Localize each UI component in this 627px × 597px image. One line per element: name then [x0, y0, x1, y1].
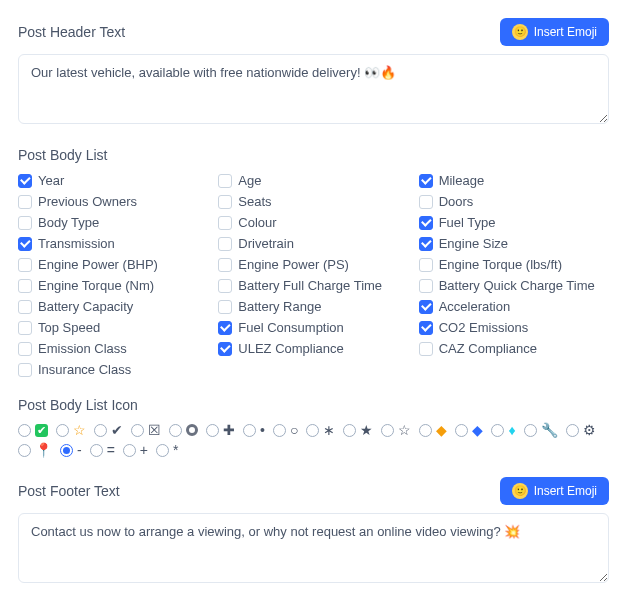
icon-radio-gear[interactable]: ⚙ — [566, 423, 596, 437]
icon-radio-check-mark[interactable]: ✔ — [94, 423, 123, 437]
icon-radio-diamond-gold[interactable]: ◆ — [419, 423, 447, 437]
check-item[interactable]: Battery Capacity — [18, 299, 208, 314]
checkbox[interactable] — [419, 300, 433, 314]
check-item[interactable]: Battery Full Charge Time — [218, 278, 408, 293]
icon-radio-star-tiny[interactable]: * — [156, 443, 178, 457]
checkbox[interactable] — [218, 258, 232, 272]
radio[interactable] — [131, 424, 144, 437]
checkbox[interactable] — [218, 342, 232, 356]
checkbox[interactable] — [218, 321, 232, 335]
icon-radio-pin[interactable]: 📍 — [18, 443, 52, 457]
radio[interactable] — [18, 444, 31, 457]
radio[interactable] — [491, 424, 504, 437]
checkbox[interactable] — [218, 174, 232, 188]
checkbox[interactable] — [419, 216, 433, 230]
check-item[interactable]: Engine Power (PS) — [218, 257, 408, 272]
check-item[interactable]: CAZ Compliance — [419, 341, 609, 356]
checkbox[interactable] — [419, 237, 433, 251]
checkbox[interactable] — [218, 237, 232, 251]
icon-radio-star-gold[interactable]: ☆ — [56, 423, 86, 437]
icon-radio-wrench[interactable]: 🔧 — [524, 423, 558, 437]
checkbox[interactable] — [18, 237, 32, 251]
icon-radio-bullet[interactable]: • — [243, 423, 265, 437]
icon-radio-plus[interactable]: + — [123, 443, 148, 457]
radio[interactable] — [273, 424, 286, 437]
check-item[interactable]: Colour — [218, 215, 408, 230]
insert-emoji-footer-button[interactable]: 🙂 Insert Emoji — [500, 477, 609, 505]
radio[interactable] — [524, 424, 537, 437]
radio[interactable] — [169, 424, 182, 437]
checkbox[interactable] — [218, 216, 232, 230]
check-item[interactable]: Transmission — [18, 236, 208, 251]
radio[interactable] — [90, 444, 103, 457]
radio[interactable] — [343, 424, 356, 437]
check-item[interactable]: Drivetrain — [218, 236, 408, 251]
check-item[interactable]: ULEZ Compliance — [218, 341, 408, 356]
radio[interactable] — [566, 424, 579, 437]
check-item[interactable]: Emission Class — [18, 341, 208, 356]
checkbox[interactable] — [218, 195, 232, 209]
checkbox[interactable] — [218, 279, 232, 293]
post-header-textarea[interactable] — [18, 54, 609, 124]
checkbox[interactable] — [18, 363, 32, 377]
icon-radio-ballot[interactable]: ☒ — [131, 423, 161, 437]
radio[interactable] — [123, 444, 136, 457]
icon-radio-asterisk[interactable]: ∗ — [306, 423, 335, 437]
checkbox[interactable] — [419, 342, 433, 356]
check-item[interactable]: Seats — [218, 194, 408, 209]
check-item[interactable]: Top Speed — [18, 320, 208, 335]
insert-emoji-header-button[interactable]: 🙂 Insert Emoji — [500, 18, 609, 46]
icon-radio-small-circle[interactable]: ○ — [273, 423, 298, 437]
check-item[interactable]: Acceleration — [419, 299, 609, 314]
check-item[interactable]: Year — [18, 173, 208, 188]
check-item[interactable]: Previous Owners — [18, 194, 208, 209]
icon-radio-gem[interactable]: ♦ — [491, 423, 515, 437]
checkbox[interactable] — [218, 300, 232, 314]
checkbox[interactable] — [419, 321, 433, 335]
checkbox[interactable] — [18, 279, 32, 293]
check-item[interactable]: Engine Size — [419, 236, 609, 251]
check-item[interactable]: Fuel Type — [419, 215, 609, 230]
radio[interactable] — [18, 424, 31, 437]
icon-radio-star-outline[interactable]: ☆ — [381, 423, 411, 437]
checkbox[interactable] — [419, 279, 433, 293]
icon-radio-plus-bold[interactable]: ✚ — [206, 423, 235, 437]
checkbox[interactable] — [419, 258, 433, 272]
icon-radio-green-check[interactable]: ✔ — [18, 424, 48, 437]
radio[interactable] — [381, 424, 394, 437]
icon-radio-ring[interactable] — [169, 424, 198, 437]
radio[interactable] — [56, 424, 69, 437]
check-item[interactable]: Engine Torque (lbs/ft) — [419, 257, 609, 272]
check-item[interactable]: Body Type — [18, 215, 208, 230]
radio[interactable] — [156, 444, 169, 457]
checkbox[interactable] — [18, 216, 32, 230]
radio[interactable] — [455, 424, 468, 437]
check-item[interactable]: Insurance Class — [18, 362, 208, 377]
radio[interactable] — [243, 424, 256, 437]
check-item[interactable]: CO2 Emissions — [419, 320, 609, 335]
post-footer-textarea[interactable] — [18, 513, 609, 583]
check-item[interactable]: Engine Torque (Nm) — [18, 278, 208, 293]
radio[interactable] — [60, 444, 73, 457]
checkbox[interactable] — [18, 300, 32, 314]
icon-radio-diamond-blue[interactable]: ◆ — [455, 423, 483, 437]
check-item[interactable]: Doors — [419, 194, 609, 209]
radio[interactable] — [419, 424, 432, 437]
icon-radio-dash[interactable]: - — [60, 443, 82, 457]
checkbox[interactable] — [18, 174, 32, 188]
check-item[interactable]: Battery Range — [218, 299, 408, 314]
checkbox[interactable] — [419, 195, 433, 209]
checkbox[interactable] — [419, 174, 433, 188]
check-item[interactable]: Mileage — [419, 173, 609, 188]
checkbox[interactable] — [18, 342, 32, 356]
radio[interactable] — [206, 424, 219, 437]
checkbox[interactable] — [18, 195, 32, 209]
checkbox[interactable] — [18, 258, 32, 272]
check-item[interactable]: Age — [218, 173, 408, 188]
checkbox[interactable] — [18, 321, 32, 335]
check-item[interactable]: Engine Power (BHP) — [18, 257, 208, 272]
icon-radio-equals[interactable]: = — [90, 443, 115, 457]
icon-radio-star-black[interactable]: ★ — [343, 423, 373, 437]
check-item[interactable]: Battery Quick Charge Time — [419, 278, 609, 293]
radio[interactable] — [94, 424, 107, 437]
